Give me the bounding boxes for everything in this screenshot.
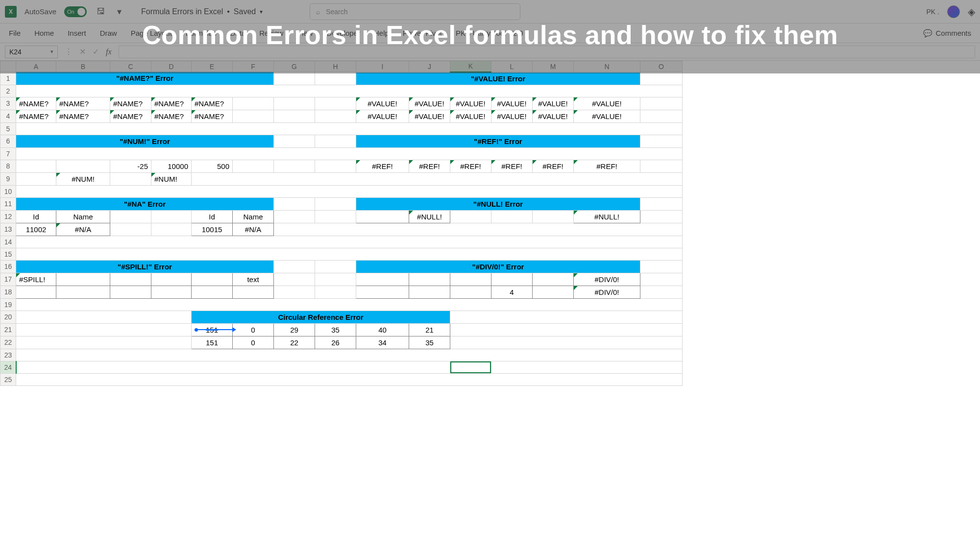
tab-review[interactable]: Review bbox=[259, 29, 283, 37]
na-error-header[interactable]: "#NA" Error bbox=[16, 197, 274, 210]
tab-formulas[interactable]: Formulas bbox=[186, 29, 217, 37]
user-name[interactable]: PK . bbox=[927, 8, 939, 16]
document-title[interactable]: Formula Errors in Excel • Saved ▾ bbox=[141, 7, 263, 16]
active-cell[interactable] bbox=[450, 361, 491, 373]
tab-powerpivot[interactable]: Power Pivot bbox=[403, 29, 442, 37]
avatar[interactable] bbox=[947, 5, 960, 18]
worksheet[interactable]: A B C D E F G H I J K L M N O 1 "#NAME?"… bbox=[0, 61, 980, 386]
title-bar: X AutoSave On 🖫 ▾ Formula Errors in Exce… bbox=[0, 0, 980, 24]
tab-data[interactable]: Data bbox=[230, 29, 245, 37]
tab-file[interactable]: File bbox=[9, 29, 21, 37]
tracer-dot-icon bbox=[195, 328, 198, 332]
name-error-header[interactable]: "#NAME?" Error bbox=[16, 72, 274, 85]
column-headers[interactable]: A B C D E F G H I J K L M N O bbox=[0, 61, 683, 72]
excel-logo-icon: X bbox=[5, 6, 17, 18]
circular-error-header[interactable]: Circular Reference Error bbox=[192, 311, 450, 323]
value-error-header[interactable]: "#VALUE! Error bbox=[356, 72, 640, 85]
fx-icon[interactable]: fx bbox=[104, 48, 114, 56]
save-icon[interactable]: 🖫 bbox=[95, 6, 107, 17]
null-error-header[interactable]: "#NULL! Error bbox=[356, 197, 640, 210]
autosave-label: AutoSave bbox=[24, 7, 56, 16]
tab-draw[interactable]: Draw bbox=[100, 29, 117, 37]
comment-icon: 💬 bbox=[923, 29, 932, 38]
enter-icon[interactable]: ✓ bbox=[91, 47, 101, 56]
spill-error-header[interactable]: "#SPILL!" Error bbox=[16, 260, 274, 273]
comments-button[interactable]: 💬 Comments bbox=[923, 29, 971, 38]
search-input[interactable]: ⌕ Search bbox=[310, 3, 520, 20]
diamond-icon[interactable]: ◈ bbox=[968, 6, 975, 18]
select-all[interactable] bbox=[0, 61, 16, 72]
tab-view[interactable]: View bbox=[297, 29, 313, 37]
name-box[interactable]: K24▾ bbox=[5, 46, 58, 58]
tab-developer[interactable]: Developer bbox=[327, 29, 360, 37]
div0-error-header[interactable]: "#DIV/0!" Error bbox=[356, 260, 640, 273]
tab-addin[interactable]: PK's Utility Tool V2.0 bbox=[456, 29, 523, 37]
tab-home[interactable]: Home bbox=[34, 29, 54, 37]
ribbon-tabs: File Home Insert Draw Page Layout Formul… bbox=[0, 24, 980, 43]
ref-error-header[interactable]: "#REF!" Error bbox=[356, 135, 640, 147]
autosave-toggle[interactable]: On bbox=[64, 6, 87, 17]
formula-bar[interactable] bbox=[119, 46, 975, 58]
tab-page-layout[interactable]: Page Layout bbox=[131, 29, 172, 37]
tab-help[interactable]: Help bbox=[374, 29, 389, 37]
formula-bar-row: K24▾ ⋮ ✕ ✓ fx bbox=[0, 43, 980, 61]
num-error-header[interactable]: "#NUM!" Error bbox=[16, 135, 274, 147]
tab-insert[interactable]: Insert bbox=[68, 29, 86, 37]
cancel-icon[interactable]: ✕ bbox=[77, 47, 88, 56]
qat-dropdown-icon[interactable]: ▾ bbox=[115, 6, 123, 17]
search-icon: ⌕ bbox=[316, 8, 320, 16]
tracer-arrow-icon bbox=[232, 327, 236, 332]
